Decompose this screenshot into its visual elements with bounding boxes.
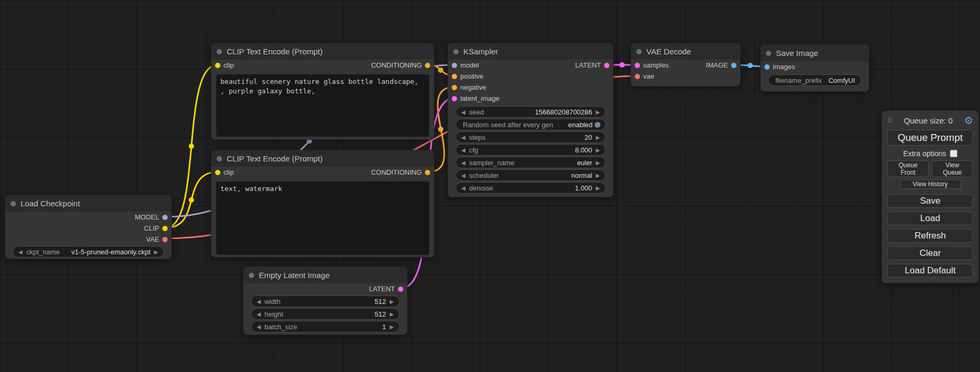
height-widget[interactable]: ◀ height 512 ▶ bbox=[251, 308, 400, 320]
clip-input-slot[interactable] bbox=[215, 63, 220, 68]
prev-value-arrow-icon[interactable]: ◀ bbox=[460, 173, 467, 178]
node-clip-text-encode-negative[interactable]: CLIP Text Encode (Prompt) clip CONDITION… bbox=[211, 150, 434, 257]
latent-output-slot[interactable] bbox=[398, 287, 403, 292]
denoise-widget[interactable]: ◀ denoise 1.000 ▶ bbox=[455, 182, 606, 194]
widget-value[interactable]: v1-5-pruned-emaonly.ckpt bbox=[71, 248, 152, 256]
next-value-arrow-icon[interactable]: ▶ bbox=[594, 147, 601, 153]
widget-value[interactable]: 1.000 bbox=[575, 184, 595, 192]
view-queue-button[interactable]: View Queue bbox=[932, 160, 973, 177]
collapse-dot-icon[interactable] bbox=[766, 51, 771, 56]
positive-input-slot[interactable] bbox=[452, 74, 457, 79]
node-title-bar[interactable]: Empty Latent Image bbox=[244, 267, 407, 283]
collapse-dot-icon[interactable] bbox=[636, 49, 642, 54]
next-value-arrow-icon[interactable]: ▶ bbox=[594, 160, 601, 166]
widget-label: scheduler bbox=[469, 171, 499, 179]
load-button[interactable]: Load bbox=[887, 212, 973, 225]
node-title-bar[interactable]: CLIP Text Encode (Prompt) bbox=[211, 150, 434, 167]
prev-value-arrow-icon[interactable]: ◀ bbox=[460, 185, 467, 191]
prev-value-arrow-icon[interactable]: ◀ bbox=[460, 135, 467, 140]
width-widget[interactable]: ◀ width 512 ▶ bbox=[251, 295, 400, 307]
next-value-arrow-icon[interactable]: ▶ bbox=[594, 173, 601, 178]
node-vae-decode[interactable]: VAE Decode samples IMAGE vae bbox=[630, 43, 741, 87]
conditioning-output-slot[interactable] bbox=[425, 170, 430, 175]
prev-value-arrow-icon[interactable]: ◀ bbox=[255, 311, 263, 317]
node-save-image[interactable]: Save Image images filename_prefix ComfyU… bbox=[760, 44, 869, 92]
view-history-button[interactable]: View History bbox=[899, 179, 961, 189]
next-value-arrow-icon[interactable]: ▶ bbox=[152, 249, 160, 255]
prev-value-arrow-icon[interactable]: ◀ bbox=[460, 147, 467, 153]
samples-input-slot[interactable] bbox=[635, 63, 640, 68]
widget-value[interactable]: 8.000 bbox=[575, 146, 595, 154]
ckpt-name-widget[interactable]: ◀ ckpt_name v1-5-pruned-emaonly.ckpt ▶ bbox=[13, 246, 164, 257]
next-value-arrow-icon[interactable]: ▶ bbox=[594, 185, 601, 191]
queue-front-button[interactable]: Queue Front bbox=[887, 160, 929, 177]
model-output-slot[interactable] bbox=[162, 215, 168, 220]
comfy-menu[interactable]: ⠿ Queue size: 0 ⚙ Queue Prompt Extra opt… bbox=[881, 110, 979, 283]
node-clip-text-encode-positive[interactable]: CLIP Text Encode (Prompt) clip CONDITION… bbox=[211, 43, 434, 140]
collapse-dot-icon[interactable] bbox=[453, 49, 459, 54]
filename-prefix-widget[interactable]: filename_prefix ComfyUI bbox=[768, 74, 861, 86]
positive-prompt-textarea[interactable]: beautiful scenery nature glass bottle la… bbox=[216, 74, 429, 137]
widget-value[interactable]: normal bbox=[571, 171, 595, 179]
next-value-arrow-icon[interactable]: ▶ bbox=[388, 299, 395, 304]
prev-value-arrow-icon[interactable]: ◀ bbox=[17, 249, 24, 255]
widget-value[interactable]: 512 bbox=[375, 310, 389, 318]
model-input-slot[interactable] bbox=[452, 63, 457, 68]
image-output-slot[interactable] bbox=[731, 63, 736, 68]
node-title-bar[interactable]: CLIP Text Encode (Prompt) bbox=[211, 43, 434, 60]
cfg-widget[interactable]: ◀ cfg 8.000 ▶ bbox=[455, 144, 606, 156]
queue-prompt-button[interactable]: Queue Prompt bbox=[887, 130, 973, 146]
node-title-bar[interactable]: Save Image bbox=[761, 45, 869, 61]
node-title-bar[interactable]: KSampler bbox=[448, 43, 613, 60]
extra-options-checkbox[interactable] bbox=[950, 150, 957, 157]
widget-value[interactable]: 156680208700286 bbox=[535, 108, 594, 116]
settings-gear-icon[interactable]: ⚙ bbox=[964, 116, 973, 126]
latent-output-slot[interactable] bbox=[604, 63, 609, 68]
vae-output-slot[interactable] bbox=[162, 237, 168, 242]
next-value-arrow-icon[interactable]: ▶ bbox=[388, 324, 395, 330]
toggle-on-icon[interactable] bbox=[595, 122, 600, 128]
images-input-slot[interactable] bbox=[764, 64, 770, 70]
widget-value[interactable]: enabled bbox=[568, 121, 595, 129]
batch-size-widget[interactable]: ◀ batch_size 1 ▶ bbox=[251, 321, 400, 332]
widget-value[interactable]: 512 bbox=[375, 298, 389, 306]
clip-input-slot[interactable] bbox=[215, 170, 220, 175]
next-value-arrow-icon[interactable]: ▶ bbox=[388, 311, 395, 317]
clear-button[interactable]: Clear bbox=[887, 246, 973, 260]
node-empty-latent-image[interactable]: Empty Latent Image LATENT ◀ width 512 ▶ … bbox=[243, 266, 407, 335]
graph-canvas[interactable]: Load Checkpoint MODEL CLIP VAE ◀ ckpt_na… bbox=[0, 0, 980, 372]
negative-input-slot[interactable] bbox=[452, 85, 457, 90]
vae-input-slot[interactable] bbox=[635, 74, 640, 79]
sampler-name-widget[interactable]: ◀ sampler_name euler ▶ bbox=[455, 157, 606, 168]
node-title-bar[interactable]: VAE Decode bbox=[631, 43, 740, 60]
steps-widget[interactable]: ◀ steps 20 ▶ bbox=[455, 131, 606, 143]
node-ksampler[interactable]: KSampler model LATENT positive negative bbox=[448, 43, 614, 197]
latent-image-input-slot[interactable] bbox=[452, 96, 457, 101]
widget-value[interactable]: ComfyUI bbox=[828, 77, 857, 84]
collapse-dot-icon[interactable] bbox=[11, 201, 16, 206]
refresh-button[interactable]: Refresh bbox=[887, 229, 973, 243]
drag-handle-icon[interactable]: ⠿ bbox=[887, 117, 892, 125]
widget-value[interactable]: 20 bbox=[585, 133, 594, 141]
prev-value-arrow-icon[interactable]: ◀ bbox=[460, 109, 467, 115]
next-value-arrow-icon[interactable]: ▶ bbox=[594, 135, 601, 140]
next-value-arrow-icon[interactable]: ▶ bbox=[594, 109, 601, 115]
clip-output-slot[interactable] bbox=[162, 226, 168, 231]
seed-widget[interactable]: ◀ seed 156680208700286 ▶ bbox=[455, 106, 606, 118]
collapse-dot-icon[interactable] bbox=[249, 273, 254, 278]
collapse-dot-icon[interactable] bbox=[217, 49, 222, 54]
node-title-bar[interactable]: Load Checkpoint bbox=[5, 195, 171, 212]
prev-value-arrow-icon[interactable]: ◀ bbox=[255, 299, 263, 304]
scheduler-widget[interactable]: ◀ scheduler normal ▶ bbox=[455, 169, 606, 181]
prev-value-arrow-icon[interactable]: ◀ bbox=[255, 324, 263, 330]
node-load-checkpoint[interactable]: Load Checkpoint MODEL CLIP VAE ◀ ckpt_na… bbox=[5, 195, 172, 259]
conditioning-output-slot[interactable] bbox=[425, 63, 430, 68]
load-default-button[interactable]: Load Default bbox=[887, 264, 973, 278]
negative-prompt-textarea[interactable]: text, watermark bbox=[216, 182, 429, 255]
collapse-dot-icon[interactable] bbox=[217, 156, 222, 161]
widget-value[interactable]: euler bbox=[577, 159, 594, 167]
prev-value-arrow-icon[interactable]: ◀ bbox=[460, 160, 467, 166]
random-seed-toggle-widget[interactable]: Random seed after every gen enabled bbox=[455, 119, 606, 130]
widget-value[interactable]: 1 bbox=[382, 323, 388, 331]
save-button[interactable]: Save bbox=[887, 194, 973, 208]
